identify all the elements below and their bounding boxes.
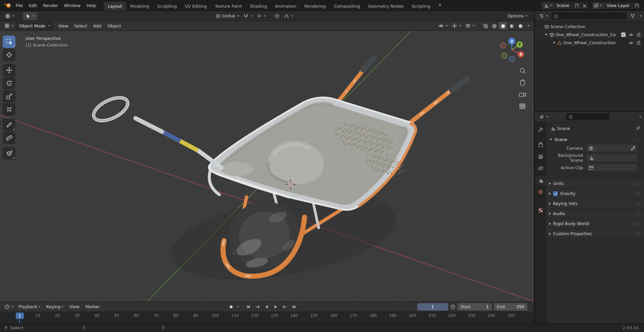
timeline-menu-item[interactable]: Keying	[43, 302, 66, 312]
use-preview-range-toggle[interactable]	[450, 304, 455, 310]
frame-start-field[interactable]: Start 1	[458, 303, 492, 311]
properties-panel-header[interactable]: Units	[546, 179, 644, 188]
new-scene-button[interactable]	[573, 2, 580, 9]
viewport-canvas[interactable]: Z Y X	[0, 31, 534, 302]
shading-material-button[interactable]	[507, 22, 516, 29]
mode-dropdown[interactable]: Object Mode	[16, 22, 53, 30]
rotate-tool[interactable]	[3, 77, 15, 89]
collapse-arrow-icon[interactable]	[549, 139, 552, 140]
properties-panel-header[interactable]: Audio	[546, 209, 644, 218]
object-visibility-dropdown[interactable]	[437, 22, 449, 29]
properties-panel-header[interactable]: Rigid Body World	[546, 219, 644, 228]
expand-arrow-icon[interactable]	[549, 233, 551, 235]
background-scene-field[interactable]	[586, 154, 637, 162]
active-tool-button[interactable]	[23, 12, 37, 20]
workspace-tab[interactable]: Sculpting	[153, 2, 181, 11]
previous-keyframe-button[interactable]	[253, 303, 262, 311]
shovel[interactable]	[90, 93, 254, 176]
topbar-menu-item[interactable]: File	[13, 0, 26, 11]
panel-checkbox[interactable]	[553, 191, 558, 196]
cursor-tool[interactable]	[3, 49, 15, 61]
viewport-menu-item[interactable]: View	[55, 21, 71, 30]
workspace-tab[interactable]: Compositing	[330, 2, 364, 11]
properties-panel-header[interactable]: Keying Sets	[546, 199, 644, 208]
move-view-button[interactable]	[521, 80, 525, 86]
snap-toggle[interactable]	[241, 13, 254, 19]
outliner-row-collection[interactable]: One_Wheel_Construction_Ca	[535, 30, 644, 39]
expand-arrow-icon[interactable]	[553, 41, 555, 44]
drag-handle-icon[interactable]	[633, 138, 641, 141]
browse-view-layer-button[interactable]	[592, 2, 604, 9]
scene-name[interactable]: Scene	[553, 3, 572, 8]
topbar-menu-item[interactable]: Render	[40, 0, 61, 11]
toggle-ortho-button[interactable]	[520, 104, 525, 109]
workspace-tab[interactable]: Shading	[246, 2, 271, 11]
playhead[interactable]: 1	[16, 313, 24, 319]
outliner-filter-button[interactable]	[628, 13, 637, 19]
collection-exclude-checkbox[interactable]	[621, 32, 626, 37]
tab-world[interactable]	[536, 187, 546, 197]
drag-handle-icon[interactable]	[634, 212, 641, 215]
expand-arrow-icon[interactable]	[545, 34, 547, 36]
blender-logo-menu[interactable]	[3, 2, 13, 8]
3d-viewport[interactable]: Z Y X User Perspective (1	[0, 31, 534, 302]
timeline-ruler[interactable]: 1020304050607080901001101201301401501601…	[0, 312, 534, 323]
current-frame-field[interactable]: 1	[417, 303, 448, 311]
outliner-row-scene-collection[interactable]: Scene Collection	[535, 22, 644, 30]
proportional-falloff-dropdown[interactable]	[282, 13, 295, 19]
drag-handle-icon[interactable]	[634, 202, 641, 205]
play-reverse-button[interactable]	[262, 303, 271, 311]
annotate-tool[interactable]	[3, 119, 15, 131]
options-dropdown[interactable]: Options	[506, 13, 529, 19]
tab-texture[interactable]	[536, 206, 546, 215]
view-layer-name[interactable]: View Layer	[604, 3, 633, 8]
hide-in-viewport-eye-icon[interactable]	[629, 40, 633, 45]
shading-options-dropdown[interactable]	[525, 24, 531, 27]
editor-type-button[interactable]	[3, 22, 15, 29]
jump-to-start-button[interactable]	[244, 303, 253, 311]
expand-arrow-icon[interactable]	[549, 212, 551, 215]
eyedropper-icon[interactable]	[630, 146, 635, 150]
viewport-menu-item[interactable]: Object	[104, 21, 124, 30]
frame-end-field[interactable]: End 250	[494, 303, 527, 311]
gizmos-dropdown[interactable]	[450, 22, 463, 29]
topbar-menu-item[interactable]: Window	[61, 0, 84, 11]
outliner-row-object[interactable]: One_Wheel_Construction	[535, 39, 644, 47]
camera-field[interactable]	[586, 144, 637, 152]
add-workspace-button[interactable]: +	[436, 2, 444, 9]
zoom-view-button[interactable]	[520, 68, 525, 73]
tab-render[interactable]	[536, 140, 546, 149]
next-keyframe-button[interactable]	[280, 303, 289, 311]
timeline-menu-item[interactable]: View	[66, 302, 83, 312]
timeline-editor-type-button[interactable]	[3, 304, 15, 310]
pin-id-button[interactable]	[635, 126, 640, 131]
unlink-scene-button[interactable]	[580, 2, 588, 9]
drag-handle-icon[interactable]	[634, 182, 641, 185]
navigation-gizmo[interactable]: Z Y X	[500, 38, 524, 62]
gizmo-axis-neg-x[interactable]	[500, 43, 506, 48]
tab-scene[interactable]	[536, 176, 546, 185]
properties-panel-header[interactable]: Custom Properties	[546, 229, 644, 238]
tab-view-layer[interactable]	[536, 164, 546, 173]
timeline-menu-item[interactable]: Marker	[82, 302, 103, 312]
viewport-menu-item[interactable]: Add	[90, 21, 104, 30]
hide-in-viewport-eye-icon[interactable]	[629, 32, 633, 37]
outliner-search-input[interactable]	[559, 14, 625, 18]
box-select-tool[interactable]	[3, 36, 15, 48]
gizmo-axis-neg-y[interactable]	[502, 53, 507, 58]
scale-tool[interactable]	[3, 90, 15, 103]
drag-handle-icon[interactable]	[634, 222, 641, 225]
browse-scene-button[interactable]	[542, 2, 553, 9]
shading-solid-button[interactable]	[499, 22, 507, 29]
workspace-tab[interactable]: Texture Paint	[211, 2, 246, 11]
workspace-tab[interactable]: Modeling	[126, 2, 153, 11]
drag-handle-icon[interactable]	[634, 232, 641, 236]
active-clip-field[interactable]	[586, 163, 637, 172]
play-button[interactable]	[271, 303, 280, 311]
scene-panel-header[interactable]: Scene	[546, 135, 644, 144]
transform-orientation-dropdown[interactable]: Global	[214, 13, 241, 19]
topbar-menu-item[interactable]: Help	[84, 0, 99, 11]
camera-view-button[interactable]	[519, 93, 526, 96]
outliner-editor-type-button[interactable]	[537, 13, 550, 19]
workspace-tab[interactable]: UV Editing	[181, 2, 211, 11]
